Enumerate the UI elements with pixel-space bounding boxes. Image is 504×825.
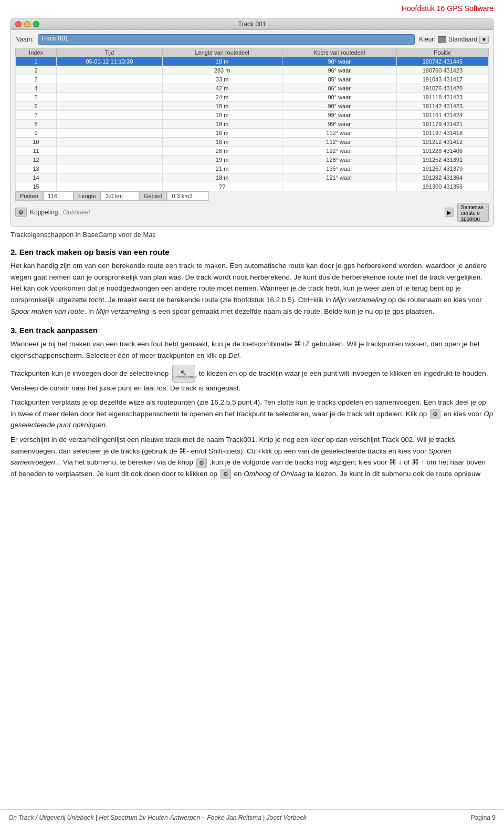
- table-cell: 18 m: [162, 57, 282, 66]
- table-cell: 5: [16, 93, 57, 102]
- table-cell: 2: [16, 66, 57, 75]
- col-positie: Positie: [396, 48, 488, 57]
- table-cell: 4: [16, 84, 57, 93]
- table-cell: 05-01-12 11:13:30: [57, 57, 163, 66]
- table-cell: 12: [16, 156, 57, 164]
- close-button[interactable]: [15, 21, 22, 27]
- table-cell: [57, 66, 163, 75]
- table-cell: [282, 182, 396, 191]
- table-cell: 11: [16, 147, 57, 156]
- table-row[interactable]: 1016 m112° waar191212 431412: [16, 138, 489, 147]
- table-cell: [57, 93, 163, 102]
- screenshot-window: Track 001 Naam: Track 001 Kleur: Standaa…: [10, 18, 494, 226]
- table-cell: 121° waar: [282, 173, 396, 182]
- chapter-title: Hoofdstuk 16 GPS Software: [402, 4, 494, 13]
- table-cell: [57, 129, 163, 138]
- table-row[interactable]: 1321 m135° waar191267 431379: [16, 164, 489, 173]
- table-cell: 112° waar: [282, 138, 396, 147]
- table-cell: 90° waar: [282, 102, 396, 111]
- table-cell: 10: [16, 138, 57, 147]
- col-koers: Koers van routedeel: [282, 48, 396, 57]
- table-cell: 191267 431379: [396, 164, 488, 173]
- section-3-heading: 3. Een track aanpassen: [10, 324, 494, 336]
- selectieknop-icon: Selectieknop: [172, 365, 195, 383]
- table-cell: 18 m: [162, 120, 282, 129]
- table-row[interactable]: 916 m112° waar191197 431418: [16, 129, 489, 138]
- table-row[interactable]: 442 m86° waar191076 431420: [16, 84, 489, 93]
- table-cell: [57, 138, 163, 147]
- table-row[interactable]: 1219 m128° waar191252 431391: [16, 156, 489, 164]
- table-row[interactable]: 1418 m121° waar191282 431364: [16, 173, 489, 182]
- table-cell: 191161 431424: [396, 111, 488, 120]
- table-cell: 283 m: [162, 66, 282, 75]
- table-cell: 19 m: [162, 156, 282, 164]
- table-row[interactable]: 1128 m122° waar191228 431406: [16, 147, 489, 156]
- footer-page-number: Pagina 9: [471, 814, 496, 821]
- table-cell: 1: [16, 57, 57, 66]
- table-cell: 14: [16, 173, 57, 182]
- table-cell: 190742 431445: [396, 57, 488, 66]
- section-3-para-1: Wanneer je bij het maken van een track e…: [10, 338, 494, 361]
- table-cell: 18 m: [162, 102, 282, 111]
- section-3-para-2: Trackpunten kun je invoegen door de sele…: [10, 365, 494, 394]
- table-cell: 191076 431420: [396, 84, 488, 93]
- window-title: Track 001: [238, 20, 266, 28]
- koppeling-label: Koppeling:: [30, 209, 60, 216]
- table-cell: [57, 120, 163, 129]
- table-cell: [57, 84, 163, 93]
- section-2-para-1: Het kan handig zijn om van een berekende…: [10, 260, 494, 317]
- gebied-label: Gebied: [139, 191, 167, 201]
- arrow-button[interactable]: ▶: [445, 208, 454, 217]
- table-cell: 7: [16, 111, 57, 120]
- table-cell: 99° waar: [282, 111, 396, 120]
- maximize-button[interactable]: [33, 21, 39, 27]
- table-cell: 191212 431412: [396, 138, 488, 147]
- table-cell: 42 m: [162, 84, 282, 93]
- table-row[interactable]: 818 m99° waar191179 431421: [16, 120, 489, 129]
- table-cell: 190760 431423: [396, 66, 488, 75]
- lengte-value: 3.0 km: [101, 191, 139, 201]
- table-row[interactable]: 618 m90° waar191142 431423: [16, 102, 489, 111]
- table-cell: 16 m: [162, 138, 282, 147]
- table-cell: 6: [16, 102, 57, 111]
- table-cell: [57, 111, 163, 120]
- main-content: 2. Een track maken op basis van een rout…: [0, 246, 504, 479]
- table-row[interactable]: 718 m99° waar191161 431424: [16, 111, 489, 120]
- table-row[interactable]: 333 m85° waar191043 431417: [16, 75, 489, 84]
- track-name-input[interactable]: Track 001: [38, 34, 415, 45]
- table-row[interactable]: 524 m90° waar191118 431423: [16, 93, 489, 102]
- table-cell: [57, 182, 163, 191]
- window-content: Naam: Track 001 Kleur: Standaard ▼ Index…: [11, 30, 493, 226]
- table-cell: [57, 173, 163, 182]
- table-cell: 15: [16, 182, 57, 191]
- table-cell: 135° waar: [282, 164, 396, 173]
- kleur-value: Standaard: [448, 36, 477, 43]
- table-cell: [57, 75, 163, 84]
- lengte-label: Lengte: [74, 191, 101, 201]
- table-cell: ??: [162, 182, 282, 191]
- section-3-para-4: Er verschijnt in de verzamelingenlijst e…: [10, 434, 494, 479]
- table-row[interactable]: 105-01-12 11:13:3018 m90° waar190742 431…: [16, 57, 489, 66]
- table-cell: 191118 431423: [396, 93, 488, 102]
- table-cell: 96° waar: [282, 66, 396, 75]
- minimize-button[interactable]: [24, 21, 30, 27]
- table-cell: 90° waar: [282, 93, 396, 102]
- table-cell: 90° waar: [282, 57, 396, 66]
- color-swatch[interactable]: [438, 36, 446, 43]
- kleur-dropdown-icon[interactable]: ▼: [479, 36, 489, 44]
- gear-button[interactable]: ⚙: [15, 208, 27, 217]
- table-row[interactable]: 2283 m96° waar190760 431423: [16, 66, 489, 75]
- table-cell: 18 m: [162, 173, 282, 182]
- window-titlebar: Track 001: [11, 18, 493, 30]
- punten-value: 116: [43, 191, 74, 201]
- table-cell: 85° waar: [282, 75, 396, 84]
- table-row[interactable]: 15??191300 431356: [16, 182, 489, 191]
- table-footer: Punten 116 Lengte 3.0 km Gebied 0.3 km2: [15, 191, 489, 201]
- naam-label: Naam:: [15, 36, 34, 43]
- page-footer: On Track / Uitgeverij Unieboek | Het Spe…: [0, 809, 504, 825]
- koppeling-value: Optioneel: [63, 209, 90, 216]
- punten-label: Punten: [15, 191, 43, 201]
- bestand-button[interactable]: Samenva eerste e spoorpu: [457, 203, 489, 222]
- table-cell: 3: [16, 75, 57, 84]
- footer-left-text: On Track / Uitgeverij Unieboek | Het Spe…: [8, 814, 307, 821]
